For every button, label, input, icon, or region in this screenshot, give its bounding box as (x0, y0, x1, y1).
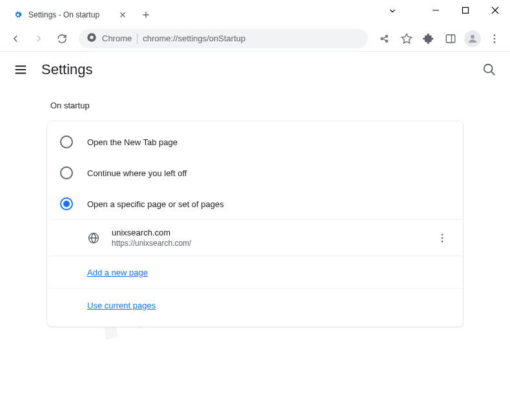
search-icon[interactable] (482, 62, 497, 77)
svg-point-10 (484, 65, 493, 73)
hamburger-menu-icon[interactable] (13, 62, 28, 77)
omnibox-chip: Chrome (102, 34, 132, 43)
close-icon[interactable] (117, 10, 128, 20)
radio-label: Continue where you left off (87, 168, 187, 178)
startup-page-row: unixsearch.com https://unixsearch.com/ (47, 219, 463, 255)
content-area: On startup Open the New Tab page Continu… (0, 88, 510, 340)
new-tab-button[interactable] (137, 6, 155, 24)
svg-point-12 (442, 234, 444, 235)
use-current-link[interactable]: Use current pages (87, 301, 156, 310)
profile-avatar[interactable] (462, 28, 483, 49)
svg-point-3 (90, 35, 93, 39)
radio-icon-selected (60, 197, 73, 210)
omnibox-url: chrome://settings/onStartup (143, 34, 245, 43)
browser-titlebar: Settings - On startup (0, 0, 510, 26)
more-actions-icon[interactable] (434, 230, 450, 246)
minimize-button[interactable] (421, 0, 451, 21)
chrome-logo-icon (87, 32, 97, 45)
add-page-link[interactable]: Add a new page (87, 268, 148, 277)
page-name: unixsearch.com (112, 228, 423, 237)
browser-toolbar: Chrome chrome://settings/onStartup (0, 26, 510, 52)
chevron-down-icon[interactable] (388, 6, 397, 18)
svg-point-9 (494, 41, 496, 43)
settings-header: Settings (0, 52, 510, 88)
startup-card: Open the New Tab page Continue where you… (46, 121, 464, 327)
radio-label: Open the New Tab page (87, 137, 178, 147)
browser-tab[interactable]: Settings - On startup (5, 4, 134, 26)
radio-option-specific-pages[interactable]: Open a specific page or set of pages (47, 188, 463, 219)
bookmark-star-icon[interactable] (396, 28, 417, 49)
svg-point-14 (442, 240, 444, 242)
extensions-icon[interactable] (418, 28, 439, 49)
gear-icon (13, 10, 23, 20)
radio-option-continue[interactable]: Continue where you left off (47, 157, 463, 188)
svg-rect-1 (463, 8, 469, 14)
radio-label: Open a specific page or set of pages (87, 199, 224, 209)
svg-point-7 (494, 34, 496, 36)
svg-rect-4 (446, 35, 455, 43)
radio-icon (60, 166, 73, 179)
share-icon[interactable] (374, 28, 395, 49)
kebab-menu-icon[interactable] (484, 28, 505, 49)
reload-button[interactable] (52, 28, 72, 49)
forward-button[interactable] (28, 28, 49, 49)
window-controls (421, 0, 510, 21)
page-title: Settings (41, 61, 93, 78)
radio-icon (60, 135, 73, 148)
svg-point-6 (471, 35, 474, 39)
divider (137, 34, 138, 44)
svg-point-8 (494, 37, 496, 39)
back-button[interactable] (5, 28, 26, 49)
close-window-button[interactable] (480, 0, 510, 21)
radio-option-new-tab[interactable]: Open the New Tab page (47, 126, 463, 157)
use-current-row: Use current pages (47, 288, 463, 321)
maximize-button[interactable] (451, 0, 480, 21)
address-bar[interactable]: Chrome chrome://settings/onStartup (79, 29, 368, 48)
sidepanel-icon[interactable] (440, 28, 461, 49)
page-url: https://unixsearch.com/ (112, 239, 423, 248)
tab-title: Settings - On startup (28, 10, 112, 19)
svg-point-13 (442, 237, 444, 239)
section-title: On startup (46, 101, 464, 110)
globe-icon (87, 232, 100, 245)
add-page-row: Add a new page (47, 255, 463, 288)
